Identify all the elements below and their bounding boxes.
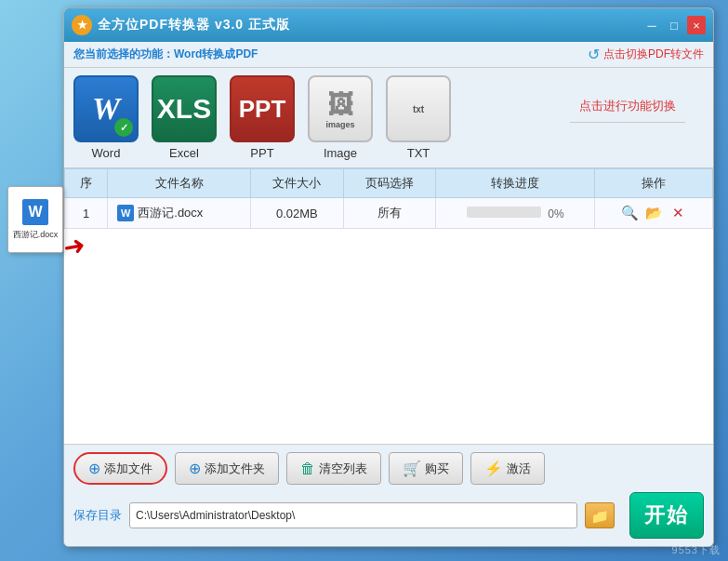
app-window: ★ 全方位PDF转换器 v3.0 正式版 ─ □ × 您当前选择的功能：Word… (63, 7, 714, 547)
preview-icon[interactable]: 🔍 (620, 204, 639, 222)
app-icon: ★ (72, 15, 92, 35)
col-filename: 文件名称 (108, 169, 251, 198)
col-action: 操作 (595, 169, 713, 198)
format-icons-row: W ✓ Word XLS Excel PPT PPT 🖼 images Imag… (64, 68, 713, 168)
save-label: 保存目录 (73, 507, 122, 524)
excel-letter: XLS (157, 93, 211, 125)
folder-icon: 📁 (590, 507, 609, 525)
sidebar-doc-name: 西游记.docx (13, 229, 59, 241)
excel-icon-box: XLS (152, 75, 217, 142)
image-sub-label: images (325, 120, 354, 129)
format-ppt[interactable]: PPT PPT (230, 75, 295, 160)
format-switch-annotation: 点击进行功能切换 (570, 90, 685, 123)
toolbar-status: 您当前选择的功能：Word转换成PDF (73, 47, 258, 62)
col-progress: 转换进度 (435, 169, 594, 198)
close-button[interactable]: × (687, 16, 706, 34)
title-bar: ★ 全方位PDF转换器 v3.0 正式版 ─ □ × (64, 8, 713, 42)
cell-actions: 🔍 📂 ✕ (595, 198, 713, 229)
word-icon-box: W ✓ (73, 75, 139, 142)
word-label: Word (92, 146, 121, 160)
toolbar-area: 您当前选择的功能：Word转换成PDF ↺ 点击切换PDF转文件 (64, 42, 713, 68)
minimize-button[interactable]: ─ (642, 16, 661, 34)
progress-text: 0% (548, 207, 563, 220)
image-icon-box: 🖼 images (308, 75, 373, 142)
save-row: 保存目录 📁 开始 (73, 492, 704, 539)
add-file-icon: ⊕ (88, 460, 100, 477)
sidebar-doc-w-icon: W (22, 199, 48, 225)
file-table-body: 1 W西游记.docx 0.02MB 所有 0% 🔍 📂 ✕ (65, 198, 713, 229)
progress-bar (467, 207, 541, 218)
action-icons: 🔍 📂 ✕ (604, 204, 703, 222)
activate-icon: ⚡ (484, 460, 503, 477)
format-txt[interactable]: txt TXT (386, 75, 451, 160)
table-header-row: 序 文件名称 文件大小 页码选择 转换进度 操作 (65, 169, 713, 198)
save-path-input[interactable] (129, 502, 577, 528)
buy-icon: 🛒 (403, 460, 421, 477)
add-file-label: 添加文件 (104, 461, 152, 477)
ppt-label: PPT (250, 146, 273, 160)
image-label: Image (324, 146, 357, 160)
image-symbol-icon: 🖼 (327, 89, 353, 120)
title-left: ★ 全方位PDF转换器 v3.0 正式版 (72, 15, 290, 35)
clear-list-icon: 🗑 (300, 461, 315, 477)
buy-button[interactable]: 🛒 购买 (389, 452, 463, 485)
maximize-button[interactable]: □ (665, 16, 683, 34)
txt-sub-label: txt (413, 104, 424, 114)
folder-browse-button[interactable]: 📁 (585, 502, 615, 528)
clear-list-button[interactable]: 🗑 清空列表 (286, 452, 381, 485)
add-file-button[interactable]: ⊕ 添加文件 (73, 452, 167, 485)
file-table: 序 文件名称 文件大小 页码选择 转换进度 操作 1 W西游记.docx 0.0… (64, 168, 713, 229)
cell-pages: 所有 (343, 198, 435, 229)
delete-icon[interactable]: ✕ (668, 204, 687, 222)
cell-filesize: 0.02MB (251, 198, 343, 229)
bottom-buttons: ⊕ 添加文件 ⊕ 添加文件夹 🗑 清空列表 🛒 购买 ⚡ 激活 (73, 452, 704, 485)
clear-list-label: 清空列表 (319, 461, 367, 477)
file-w-icon: W (117, 205, 134, 221)
txt-icon-box: txt (386, 75, 451, 142)
window-controls: ─ □ × (642, 16, 706, 34)
add-folder-icon: ⊕ (189, 460, 201, 477)
switch-arrow-icon: ↺ (588, 46, 600, 63)
table-row: 1 W西游记.docx 0.02MB 所有 0% 🔍 📂 ✕ (65, 198, 713, 229)
buy-label: 购买 (425, 461, 449, 477)
word-check-icon: ✓ (114, 118, 133, 137)
activate-label: 激活 (507, 461, 531, 477)
ppt-letter: PPT (239, 95, 286, 124)
folder-open-icon[interactable]: 📂 (644, 204, 663, 222)
cell-filename: W西游记.docx (108, 198, 251, 229)
excel-label: Excel (169, 146, 199, 160)
bottom-area: ⊕ 添加文件 ⊕ 添加文件夹 🗑 清空列表 🛒 购买 ⚡ 激活 保存目录 (64, 444, 713, 546)
format-image[interactable]: 🖼 images Image (308, 75, 373, 160)
format-word[interactable]: W ✓ Word (73, 75, 139, 160)
ppt-icon-box: PPT (230, 75, 295, 142)
add-folder-label: 添加文件夹 (205, 461, 265, 477)
watermark: 9553下载 (672, 543, 721, 557)
file-table-wrapper: 序 文件名称 文件大小 页码选择 转换进度 操作 1 W西游记.docx 0.0… (64, 168, 713, 444)
cell-progress: 0% (435, 198, 594, 229)
cell-seq: 1 (65, 198, 108, 229)
add-folder-button[interactable]: ⊕ 添加文件夹 (175, 452, 279, 485)
app-title: 全方位PDF转换器 v3.0 正式版 (98, 17, 290, 33)
start-button[interactable]: 开始 (629, 492, 704, 539)
switch-pdf-link[interactable]: ↺ 点击切换PDF转文件 (588, 46, 704, 63)
txt-label: TXT (407, 146, 430, 160)
col-pages: 页码选择 (343, 169, 435, 198)
format-excel[interactable]: XLS Excel (152, 75, 217, 160)
activate-button[interactable]: ⚡ 激活 (470, 452, 545, 485)
col-filesize: 文件大小 (251, 169, 343, 198)
col-seq: 序 (65, 169, 108, 198)
sidebar-doc-icon: W 西游记.docx (7, 186, 63, 253)
